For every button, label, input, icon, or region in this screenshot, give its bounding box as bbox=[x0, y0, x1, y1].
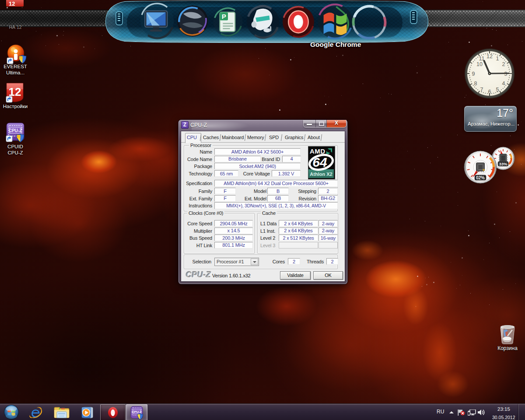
svg-text:CPU-Z: CPU-Z bbox=[132, 410, 142, 414]
svg-text:P: P bbox=[222, 13, 226, 20]
svg-text:4: 4 bbox=[502, 80, 505, 87]
svg-text:10: 10 bbox=[476, 61, 483, 67]
svg-text:8: 8 bbox=[474, 80, 477, 87]
svg-text:33%: 33% bbox=[499, 161, 508, 166]
svg-text:1: 1 bbox=[496, 56, 499, 62]
svg-text:02%: 02% bbox=[476, 175, 485, 180]
svg-text:9: 9 bbox=[472, 71, 475, 77]
svg-text:7: 7 bbox=[480, 87, 483, 93]
svg-text:CPU-Z: CPU-Z bbox=[9, 128, 22, 133]
svg-text:64: 64 bbox=[312, 155, 327, 169]
svg-text:12: 12 bbox=[486, 53, 493, 60]
svg-text:2: 2 bbox=[502, 61, 505, 67]
svg-text:5: 5 bbox=[496, 87, 499, 93]
svg-text:6: 6 bbox=[488, 89, 491, 95]
